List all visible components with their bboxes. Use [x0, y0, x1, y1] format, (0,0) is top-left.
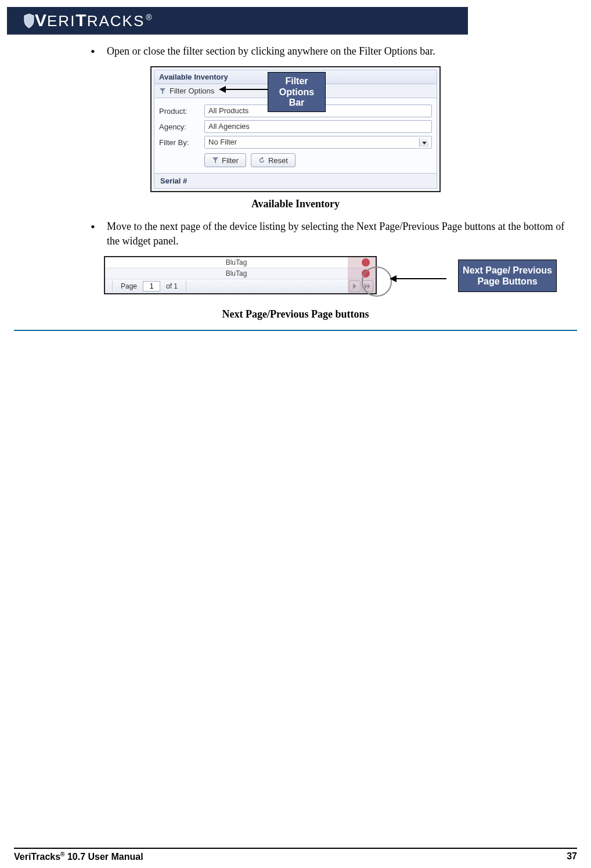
screenshot-filter-panel: Filter Options Bar Available Inventory F…: [150, 66, 441, 192]
next-page-button[interactable]: [349, 280, 361, 292]
last-page-button[interactable]: [362, 280, 373, 292]
page-input[interactable]: [143, 281, 160, 291]
figure-caption-1: Available Inventory: [14, 198, 577, 210]
list-item[interactable]: BluTag: [105, 268, 376, 279]
filter-options-label: Filter Options: [170, 87, 214, 95]
page-of-label: of 1: [166, 282, 178, 290]
filter-button[interactable]: Filter: [204, 153, 246, 167]
figure-caption-2: Next Page/Previous Page buttons: [14, 308, 577, 320]
bullet-filter-bar: Open or close the filter section by clic…: [107, 44, 577, 58]
agency-field[interactable]: All Agencies: [204, 120, 432, 133]
callout-next-prev-buttons: Next Page/ Previous Page Buttons: [458, 260, 557, 292]
section-divider: [14, 330, 577, 331]
arrow-icon: [391, 278, 446, 279]
chevron-down-icon: [422, 142, 427, 145]
column-header-serial[interactable]: Serial #: [154, 174, 437, 189]
product-label: Product:: [159, 107, 200, 116]
screenshot-pager: BluTag BluTag Page of 1: [104, 256, 377, 294]
footer-title: VeriTracks® 10.7 User Manual: [14, 851, 143, 862]
callout-filter-options-bar: Filter Options Bar: [268, 72, 326, 112]
page-label: Page: [121, 282, 137, 290]
funnel-icon: [212, 157, 219, 164]
agency-label: Agency:: [159, 123, 200, 131]
funnel-icon: [159, 88, 166, 95]
header-right-blank: [468, 7, 584, 35]
reset-button[interactable]: Reset: [251, 153, 296, 167]
alert-icon: [362, 258, 370, 266]
page-number: 37: [567, 851, 577, 862]
shield-icon: [23, 13, 35, 28]
reset-icon: [258, 157, 265, 164]
alert-icon: [362, 269, 370, 278]
chevron-double-right-icon: [365, 283, 370, 289]
pager-bar: Page of 1: [105, 279, 376, 293]
arrow-icon: [220, 89, 268, 90]
page-footer: VeriTracks® 10.7 User Manual 37: [0, 848, 591, 862]
filterby-label: Filter By:: [159, 138, 200, 147]
brand-header: VERITRACKS®: [7, 7, 584, 35]
brand-logo: VERITRACKS®: [23, 10, 153, 30]
filterby-select[interactable]: No Filter: [204, 136, 432, 149]
chevron-right-icon: [352, 283, 357, 289]
list-item[interactable]: BluTag: [105, 257, 376, 268]
bullet-next-prev: Move to the next page of the device list…: [107, 219, 577, 248]
